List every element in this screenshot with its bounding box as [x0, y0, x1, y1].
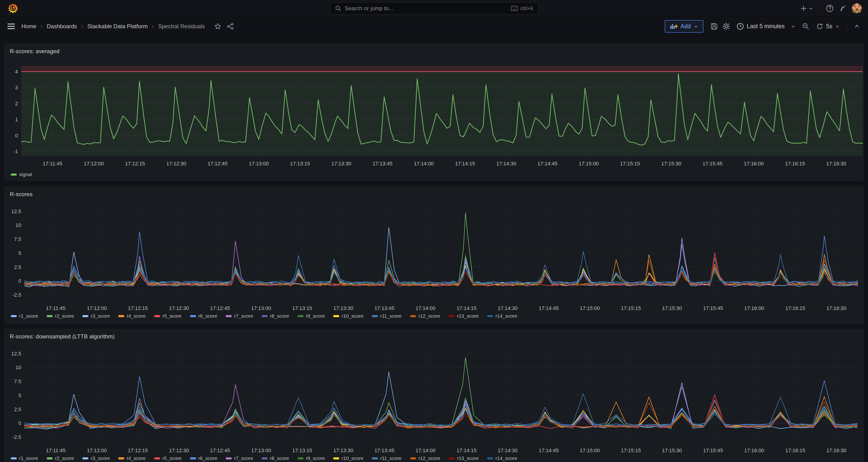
legend-item[interactable]: r14_score: [487, 456, 517, 461]
search-input[interactable]: Search or jump to... ctrl+k: [330, 2, 538, 14]
svg-text:17:16:00: 17:16:00: [744, 161, 764, 166]
svg-text:0: 0: [19, 420, 21, 426]
news-button[interactable]: [838, 3, 848, 13]
chart-legend: r1_scorer2_scorer3_scorer4_scorer5_score…: [11, 313, 517, 319]
time-series-chart[interactable]: 12.5107.552.50-2.517:11:4517:12:0017:12:…: [5, 343, 864, 455]
svg-text:0: 0: [19, 278, 21, 284]
svg-text:10: 10: [16, 222, 21, 228]
svg-text:5: 5: [19, 250, 21, 256]
breadcrumb-folder[interactable]: Stackable Data Platform: [87, 23, 148, 30]
legend-item[interactable]: r3_score: [82, 456, 110, 461]
svg-text:17:14:00: 17:14:00: [415, 305, 435, 311]
grafana-logo-icon[interactable]: [8, 3, 18, 14]
zoom-out-icon: [802, 23, 809, 30]
svg-text:17:16:15: 17:16:15: [785, 448, 805, 453]
dashboard-toolbar: Home › Dashboards › Stackable Data Platf…: [0, 17, 868, 36]
legend-label: r4_score: [127, 313, 146, 319]
legend-item[interactable]: r6_score: [190, 313, 218, 319]
legend-color-swatch: [226, 315, 232, 317]
time-series-chart[interactable]: 12.5107.552.50-2.517:11:4517:12:0017:12:…: [5, 201, 864, 313]
legend-item[interactable]: r3_score: [82, 313, 110, 319]
legend-item[interactable]: r7_score: [226, 456, 253, 461]
svg-text:17:15:30: 17:15:30: [661, 161, 681, 166]
legend-item[interactable]: r2_score: [46, 313, 74, 319]
svg-text:17:14:15: 17:14:15: [457, 448, 476, 453]
time-series-chart[interactable]: 43210-117:11:4517:12:0017:12:1517:12:301…: [5, 58, 864, 170]
time-range-picker[interactable]: Last 5 minutes: [733, 20, 799, 33]
legend-item[interactable]: r12_score: [410, 313, 440, 319]
legend-item[interactable]: r14_score: [487, 313, 517, 319]
legend-item[interactable]: r9_score: [298, 313, 325, 319]
chart-legend: signal: [11, 172, 32, 177]
user-avatar[interactable]: [852, 3, 862, 13]
panel-title[interactable]: R-scores: averaged: [10, 48, 59, 55]
refresh-interval-label: 5s: [826, 23, 832, 30]
legend-item[interactable]: r11_score: [372, 313, 402, 319]
breadcrumb-separator: ›: [40, 23, 43, 30]
legend-item[interactable]: r1_score: [11, 456, 38, 461]
legend-item[interactable]: r4_score: [118, 313, 146, 319]
kiosk-mode-button[interactable]: [852, 21, 862, 31]
legend-color-swatch: [82, 315, 88, 317]
avatar-image: [852, 3, 862, 13]
legend-item[interactable]: r9_score: [298, 456, 325, 461]
legend-item[interactable]: r8_score: [261, 313, 289, 319]
panel-title[interactable]: R-scores: downsampled (LTTB algorithm): [10, 333, 115, 340]
svg-text:17:12:30: 17:12:30: [169, 305, 189, 311]
legend-item[interactable]: signal: [11, 172, 32, 177]
legend-item[interactable]: r11_score: [372, 456, 402, 461]
svg-text:17:14:45: 17:14:45: [539, 305, 559, 311]
legend-label: r11_score: [380, 456, 402, 461]
legend-item[interactable]: r8_score: [261, 456, 289, 461]
save-dashboard-button[interactable]: [709, 21, 719, 31]
refresh-picker[interactable]: 5s: [813, 20, 843, 33]
legend-color-swatch: [118, 457, 124, 459]
favorite-button[interactable]: [213, 21, 223, 31]
breadcrumb-home[interactable]: Home: [22, 23, 36, 30]
svg-text:17:15:45: 17:15:45: [703, 448, 723, 453]
svg-text:17:12:15: 17:12:15: [125, 161, 145, 166]
chevron-down-icon: [835, 24, 840, 29]
star-icon: [214, 23, 221, 30]
legend-item[interactable]: r13_score: [448, 313, 479, 319]
panel-title[interactable]: R-scores: [10, 191, 33, 197]
legend-item[interactable]: r5_score: [154, 456, 182, 461]
legend-item[interactable]: r13_score: [448, 456, 479, 461]
legend-label: r8_score: [270, 313, 289, 319]
svg-text:4: 4: [15, 69, 18, 74]
legend-color-swatch: [154, 315, 160, 317]
legend-item[interactable]: r2_score: [46, 456, 74, 461]
legend-item[interactable]: r1_score: [11, 313, 38, 319]
new-menu-button[interactable]: [800, 3, 813, 13]
svg-text:17:12:15: 17:12:15: [128, 305, 148, 311]
svg-text:17:13:45: 17:13:45: [374, 448, 395, 453]
legend-item[interactable]: r12_score: [410, 456, 440, 461]
legend-item[interactable]: r10_score: [333, 313, 363, 319]
legend-item[interactable]: r4_score: [118, 456, 146, 461]
legend-item[interactable]: r10_score: [333, 456, 363, 461]
time-range-label: Last 5 minutes: [747, 23, 785, 30]
breadcrumb-dashboards[interactable]: Dashboards: [47, 23, 77, 30]
share-button[interactable]: [225, 21, 236, 31]
svg-text:3: 3: [15, 85, 18, 91]
chart-legend: r1_scorer2_scorer3_scorer4_scorer5_score…: [11, 456, 517, 461]
zoom-out-button[interactable]: [801, 21, 811, 31]
legend-color-swatch: [333, 457, 339, 459]
svg-text:1: 1: [15, 117, 18, 122]
dashboard-settings-button[interactable]: [721, 21, 732, 31]
help-button[interactable]: [825, 3, 835, 13]
legend-color-swatch: [190, 457, 196, 459]
panel-r-scores: R-scores 12.5107.552.50-2.517:11:4517:12…: [4, 187, 864, 324]
legend-color-swatch: [46, 315, 53, 317]
legend-label: r5_score: [162, 456, 182, 461]
legend-item[interactable]: r7_score: [226, 313, 253, 319]
breadcrumb-separator: ›: [81, 23, 83, 30]
add-button[interactable]: Add: [665, 20, 704, 33]
svg-text:17:11:45: 17:11:45: [43, 161, 62, 166]
legend-color-swatch: [154, 457, 160, 459]
legend-item[interactable]: r5_score: [154, 313, 182, 319]
mega-menu-button[interactable]: [6, 21, 16, 31]
legend-item[interactable]: r6_score: [190, 456, 218, 461]
legend-label: r13_score: [457, 313, 479, 319]
legend-label: r10_score: [342, 456, 363, 461]
